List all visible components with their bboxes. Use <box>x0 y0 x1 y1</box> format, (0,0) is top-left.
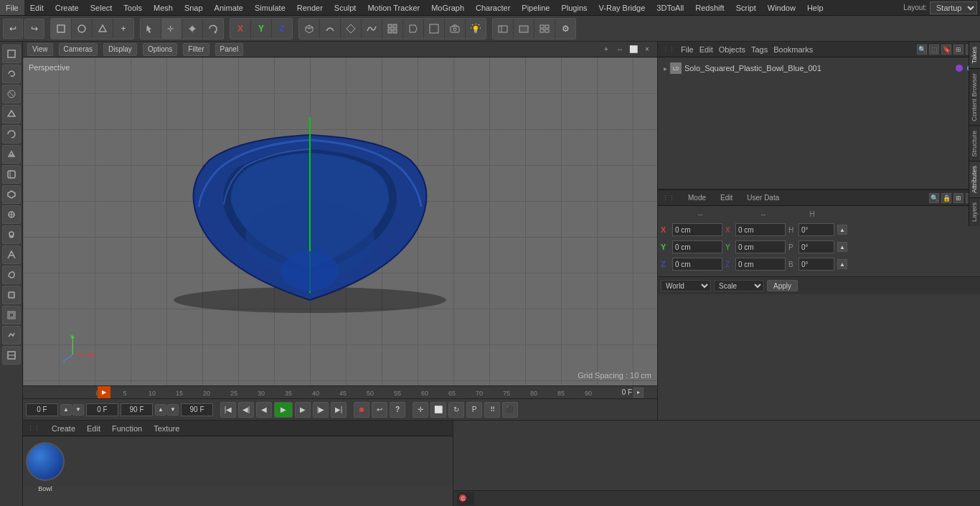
lt-tool15[interactable] <box>2 326 21 345</box>
attr-b-angle[interactable] <box>798 258 834 271</box>
attr-x-size[interactable] <box>735 223 786 236</box>
objects-bookmarks-menu[interactable]: Bookmarks <box>771 45 816 54</box>
viewport-icon-4[interactable]: × <box>641 44 653 55</box>
viewport-icon-2[interactable]: ↔ <box>614 44 626 55</box>
menu-pipeline[interactable]: Pipeline <box>516 0 555 15</box>
menu-create[interactable]: Create <box>50 0 85 15</box>
lt-tool10[interactable] <box>2 225 21 244</box>
mat-bowl-item[interactable]: Bowl <box>26 442 65 481</box>
mat-bowl-ball[interactable] <box>26 442 65 481</box>
menu-window[interactable]: Window <box>762 0 801 15</box>
edit-mode-button[interactable] <box>72 19 92 39</box>
render-all-button[interactable] <box>534 19 555 39</box>
viewport-icon-3[interactable]: ⬜ <box>628 44 639 55</box>
camera-button[interactable] <box>445 19 465 39</box>
menu-help[interactable]: Help <box>801 0 829 15</box>
nurbs-button[interactable] <box>320 19 340 39</box>
mat-editor-body[interactable]: Bowl <box>23 436 453 487</box>
frame-start-input[interactable] <box>86 403 118 416</box>
menu-edit[interactable]: Edit <box>24 0 50 15</box>
lt-tool7[interactable] <box>2 165 21 184</box>
cinema-logo[interactable]: C <box>456 492 475 506</box>
lt-tool9[interactable] <box>2 205 21 224</box>
menu-simulate[interactable]: Simulate <box>249 0 291 15</box>
side-tab-structure[interactable]: Structure <box>969 126 980 161</box>
menu-plugins[interactable]: Plugins <box>555 0 593 15</box>
side-tab-content-browser[interactable]: Content Browser <box>969 68 980 126</box>
lt-tool14[interactable] <box>2 306 21 324</box>
render-view-button[interactable] <box>514 19 534 39</box>
object-list[interactable]: ▸ L0 Solo_Squared_Plastic_Bowl_Blue_001 <box>658 57 980 189</box>
mat-edit-menu[interactable]: Edit <box>84 424 103 433</box>
menu-tools[interactable]: Tools <box>118 0 148 15</box>
menu-character[interactable]: Character <box>470 0 516 15</box>
array-button[interactable] <box>382 19 402 39</box>
tc-tool4[interactable]: P <box>466 402 482 418</box>
tc-next-frame[interactable]: ▶ <box>295 402 311 418</box>
select-tool-button[interactable] <box>141 19 161 39</box>
attr-mode-tab[interactable]: Mode <box>684 192 710 203</box>
rotate-tool-button[interactable] <box>203 19 223 39</box>
mat-function-menu[interactable]: Function <box>109 424 145 433</box>
render-region-button[interactable] <box>493 19 513 39</box>
tc-record[interactable]: ⏺ <box>354 402 369 418</box>
tc-small-btn2[interactable]: ▼ <box>72 404 84 416</box>
z-axis-button[interactable]: Z <box>272 19 292 39</box>
viewport-options-menu[interactable]: Options <box>143 43 177 56</box>
lt-tool4[interactable] <box>2 105 21 123</box>
layout-select[interactable]: Startup <box>930 1 977 14</box>
tc-tool1[interactable]: ✛ <box>413 402 428 418</box>
menu-script[interactable]: Script <box>730 0 762 15</box>
side-tab-layers[interactable]: Layers <box>969 197 980 226</box>
mat-create-menu[interactable]: Create <box>49 424 78 433</box>
menu-select[interactable]: Select <box>85 0 118 15</box>
viewport-display-menu[interactable]: Display <box>103 43 137 56</box>
tc-small-btn4[interactable]: ▼ <box>167 404 179 416</box>
attr-user-data-tab[interactable]: User Data <box>743 192 783 203</box>
tc-tool5[interactable]: ⠿ <box>484 402 500 418</box>
menu-redshift[interactable]: Redshift <box>689 0 730 15</box>
menu-mesh[interactable]: Mesh <box>148 0 179 15</box>
menu-mograph[interactable]: MoGraph <box>425 0 470 15</box>
lt-tool8[interactable] <box>2 185 21 204</box>
attr-p-angle[interactable] <box>798 240 834 253</box>
mat-texture-menu[interactable]: Texture <box>151 424 182 433</box>
menu-render[interactable]: Render <box>291 0 329 15</box>
object-row[interactable]: ▸ L0 Solo_Squared_Plastic_Bowl_Blue_001 <box>661 60 977 76</box>
viewport-view-menu[interactable]: View <box>27 43 53 56</box>
tc-next-key[interactable]: |▶ <box>313 402 329 418</box>
attr-z-size[interactable] <box>735 258 786 271</box>
attr-expand-icon[interactable]: ⊞ <box>953 193 963 203</box>
attr-b-arrow[interactable]: ▲ <box>837 259 847 269</box>
lt-tool6[interactable] <box>2 145 21 164</box>
expand-icon[interactable]: ⊞ <box>953 44 963 55</box>
objects-tags-menu[interactable]: Tags <box>748 45 771 54</box>
new-mode-button[interactable]: + <box>113 19 133 39</box>
attr-h-arrow[interactable]: ▲ <box>837 225 847 235</box>
side-tab-attributes[interactable]: Attributes <box>969 161 980 197</box>
viewport-cameras-menu[interactable]: Cameras <box>59 43 98 56</box>
attr-lock-icon[interactable]: 🔒 <box>941 193 951 203</box>
timeline-ruler[interactable]: 0 5 10 15 20 25 30 35 40 45 50 55 60 65 <box>23 385 657 398</box>
tag-button[interactable] <box>403 19 423 39</box>
world-dropdown[interactable]: World Object <box>661 280 711 291</box>
objects-edit-menu[interactable]: Edit <box>697 45 716 54</box>
lt-tool12[interactable] <box>2 266 21 284</box>
tc-prev-key[interactable]: ◀| <box>238 402 254 418</box>
y-axis-button[interactable]: Y <box>251 19 271 39</box>
side-tab-takes[interactable]: Takes <box>969 42 980 68</box>
deform-button[interactable] <box>362 19 382 39</box>
menu-3dtoall[interactable]: 3DToAll <box>651 0 689 15</box>
scene-button[interactable] <box>341 19 361 39</box>
menu-file[interactable]: File <box>0 0 24 15</box>
obj-dot-1[interactable] <box>956 65 963 72</box>
bookmark-icon[interactable]: 🔖 <box>941 44 951 55</box>
tc-tool3[interactable]: ↻ <box>448 402 464 418</box>
frame-end2-input[interactable] <box>181 403 213 416</box>
objects-objects-menu[interactable]: Objects <box>716 45 748 54</box>
attr-z-pos[interactable] <box>672 258 722 271</box>
attr-p-arrow[interactable]: ▲ <box>837 242 847 252</box>
viewport-panel-menu[interactable]: Panel <box>215 43 244 56</box>
tc-small-btn1[interactable]: ▲ <box>60 404 72 416</box>
attr-h-angle[interactable] <box>798 223 834 236</box>
